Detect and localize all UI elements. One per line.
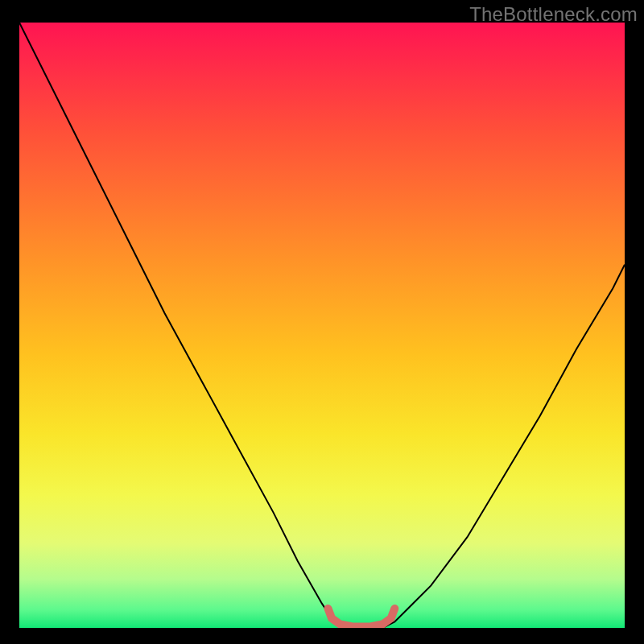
bottleneck-curve <box>19 23 625 628</box>
optimal-zone-marker <box>328 609 395 627</box>
chart-frame: TheBottleneck.com <box>0 0 644 644</box>
watermark-text: TheBottleneck.com <box>469 3 638 26</box>
curve-overlay <box>19 23 625 628</box>
plot-area <box>19 23 625 628</box>
